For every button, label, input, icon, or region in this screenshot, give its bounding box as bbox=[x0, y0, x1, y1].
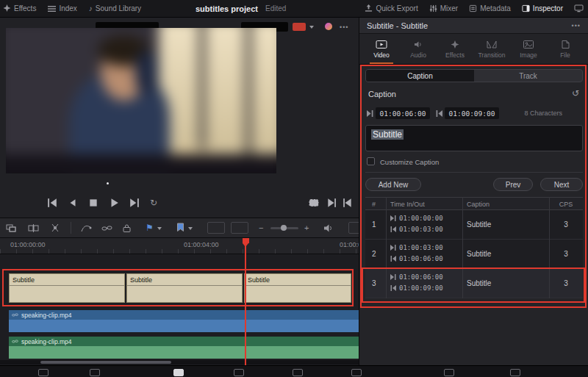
zoom-slider-thumb[interactable] bbox=[281, 225, 287, 231]
flag-chevron-icon[interactable] bbox=[157, 227, 162, 230]
caption-row-1[interactable]: 1 01:00:00:00 01:00:03:00 Subtitle 3 bbox=[365, 210, 583, 240]
col-cps: CPS bbox=[549, 201, 583, 208]
viewer-chevron-down-icon[interactable] bbox=[309, 26, 314, 29]
next-button[interactable]: Next bbox=[540, 178, 583, 191]
loop-playback-icon[interactable]: ↻ bbox=[150, 198, 157, 207]
row-number: 3 bbox=[372, 279, 376, 287]
subtitle-clip-3[interactable]: Subtitle bbox=[244, 273, 351, 303]
skip-to-start-button[interactable] bbox=[47, 198, 57, 207]
row-cps: 3 bbox=[549, 250, 583, 258]
scrub-position-dot[interactable] bbox=[107, 182, 109, 184]
audio-clip[interactable]: speaking-clip.mp4 bbox=[9, 337, 359, 359]
mode-tab-track[interactable]: Track bbox=[474, 70, 582, 82]
tab-image[interactable]: Image bbox=[510, 34, 547, 64]
col-time: Time In/Out bbox=[390, 201, 425, 208]
video-preview[interactable] bbox=[6, 28, 276, 173]
caption-in-timecode[interactable]: 01:00:06:00 bbox=[376, 107, 430, 119]
ruler-label: 01:00:08 bbox=[340, 241, 359, 248]
edit-page-icon[interactable] bbox=[173, 369, 184, 376]
loop-range-icon[interactable] bbox=[309, 198, 319, 207]
video-clip-body bbox=[9, 320, 359, 332]
metadata-button[interactable]: Metadata bbox=[469, 4, 511, 12]
effects-label: Effects bbox=[14, 4, 36, 12]
prev-button[interactable]: Prev bbox=[493, 178, 533, 191]
media-page-icon[interactable] bbox=[38, 369, 49, 376]
add-new-button[interactable]: Add New bbox=[365, 178, 421, 191]
resolve-fx-icon[interactable] bbox=[325, 23, 332, 30]
metadata-icon bbox=[469, 4, 477, 12]
inspector-button[interactable]: Inspector bbox=[522, 4, 563, 12]
effects-toggle[interactable]: Effects bbox=[3, 4, 36, 12]
marker-chevron-icon[interactable] bbox=[188, 227, 193, 230]
razor-edit-icon[interactable] bbox=[50, 223, 61, 233]
play-button[interactable] bbox=[109, 198, 119, 207]
caption-row-2[interactable]: 2 01:00:03:00 01:00:06:00 Subtitle 3 bbox=[365, 240, 583, 269]
skip-to-end-button[interactable] bbox=[129, 198, 140, 207]
audio-monitor-icon[interactable] bbox=[323, 223, 334, 233]
transport-controls: ↻ bbox=[0, 193, 359, 213]
quick-export-button[interactable]: Quick Export bbox=[365, 4, 417, 12]
project-settings-icon[interactable] bbox=[510, 369, 520, 376]
dynamic-trim-icon[interactable] bbox=[81, 223, 92, 233]
project-title: subtitles project bbox=[196, 4, 258, 13]
position-lock-icon[interactable] bbox=[122, 223, 132, 233]
tab-audio[interactable]: Audio bbox=[400, 34, 437, 64]
project-status: Edited bbox=[265, 4, 286, 12]
cut-page-icon[interactable] bbox=[90, 369, 100, 376]
top-bar-left-group: Effects Index ♪ Sound Library bbox=[3, 0, 141, 17]
color-page-icon[interactable] bbox=[293, 369, 303, 376]
zoom-slider[interactable] bbox=[270, 227, 298, 229]
caption-out-timecode[interactable]: 01:00:09:00 bbox=[445, 107, 499, 119]
timeline-scrollbar-thumb[interactable] bbox=[40, 361, 171, 364]
tab-video-label: Video bbox=[373, 51, 390, 59]
tab-effects[interactable]: Effects bbox=[437, 34, 473, 64]
playhead-handle[interactable] bbox=[243, 238, 249, 243]
fairlight-page-icon[interactable] bbox=[351, 369, 362, 376]
tab-transition[interactable]: Transition bbox=[473, 34, 510, 64]
stop-button[interactable] bbox=[88, 198, 98, 207]
full-extent-zoom-icon[interactable] bbox=[207, 222, 225, 234]
customize-caption-checkbox[interactable] bbox=[367, 157, 375, 165]
table-column-divider bbox=[386, 197, 387, 298]
caption-row-3-selected[interactable]: 3 01:00:06:00 01:00:09:00 Subtitle 3 bbox=[365, 269, 583, 298]
subtitle-clip-2[interactable]: Subtitle bbox=[126, 273, 243, 303]
tab-video[interactable]: Video bbox=[363, 34, 400, 64]
trim-edit-mode-icon[interactable] bbox=[28, 223, 39, 233]
marker-icon[interactable] bbox=[176, 223, 184, 232]
metadata-label: Metadata bbox=[480, 4, 511, 12]
flag-icon[interactable]: ⚑ bbox=[146, 223, 154, 233]
inspector-title: Subtitle - Subtitle bbox=[367, 21, 428, 30]
inspector-icon bbox=[522, 4, 530, 12]
detail-zoom-icon[interactable] bbox=[231, 222, 248, 234]
page-bar bbox=[0, 365, 588, 377]
playhead-line[interactable] bbox=[245, 238, 246, 365]
video-clip-label: speaking-clip.mp4 bbox=[21, 312, 72, 319]
caption-text-input[interactable]: Subtitle bbox=[365, 125, 583, 151]
viewer-options-icon[interactable]: ••• bbox=[340, 24, 348, 31]
zoom-out-button[interactable]: − bbox=[259, 223, 263, 233]
table-column-divider bbox=[462, 197, 463, 298]
row-number: 2 bbox=[372, 250, 376, 258]
row-number: 1 bbox=[372, 220, 376, 229]
mode-tab-caption[interactable]: Caption bbox=[366, 70, 474, 82]
prev-edit-icon[interactable] bbox=[343, 198, 353, 207]
fusion-page-icon[interactable] bbox=[234, 369, 244, 376]
zoom-in-button[interactable]: + bbox=[304, 223, 309, 233]
next-edit-icon[interactable] bbox=[326, 198, 337, 207]
step-back-button[interactable] bbox=[68, 198, 78, 207]
mixer-button[interactable]: Mixer bbox=[429, 4, 458, 12]
reset-section-icon[interactable]: ↺ bbox=[572, 88, 579, 98]
dual-display-button[interactable] bbox=[574, 4, 584, 12]
ruler-label: 01:00:04:00 bbox=[184, 241, 219, 248]
inspector-options-icon[interactable]: ••• bbox=[572, 22, 581, 29]
timeline-ruler[interactable]: 01:00:00:00 01:00:04:00 01:00:08 bbox=[0, 238, 359, 254]
sound-library-toggle[interactable]: ♪ Sound Library bbox=[89, 4, 141, 12]
tab-file[interactable]: File bbox=[547, 34, 584, 64]
index-toggle[interactable]: Index bbox=[48, 4, 76, 12]
deliver-page-icon[interactable] bbox=[444, 369, 454, 376]
video-clip[interactable]: speaking-clip.mp4 bbox=[9, 310, 359, 332]
subtitle-clip-1[interactable]: Subtitle bbox=[9, 273, 125, 303]
link-clips-icon[interactable] bbox=[101, 223, 112, 233]
timeline-scrollbar[interactable] bbox=[0, 360, 359, 365]
selection-mode-icon[interactable] bbox=[6, 223, 17, 233]
